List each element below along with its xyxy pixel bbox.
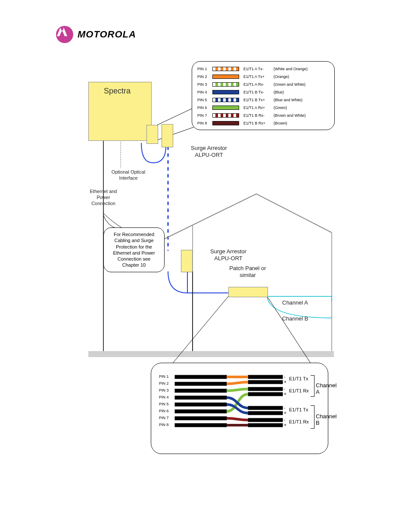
svg-rect-15 xyxy=(175,403,227,406)
signal-name: E1/T1 B Rx+ xyxy=(243,121,274,125)
pin-number: PIN 7 xyxy=(197,113,212,118)
pin-row: PIN 1E1/T1 A Tx-(White and Orange) xyxy=(197,66,321,72)
svg-rect-17 xyxy=(175,417,227,420)
pin-number: PIN 3 xyxy=(197,82,212,87)
svg-rect-26 xyxy=(248,423,283,427)
color-name: (White and Orange) xyxy=(274,67,321,71)
minus-sign: - xyxy=(284,405,285,410)
pin-number: PIN 2 xyxy=(197,75,212,79)
color-name: (Orange) xyxy=(274,75,321,79)
pair-label: E1/T1 Rx xyxy=(289,419,309,424)
signal-name: E1/T1 A Tx- xyxy=(243,67,274,71)
pin-row: PIN 2E1/T1 A Tx+(Orange) xyxy=(197,74,321,80)
pin-number: PIN 6 xyxy=(159,409,169,413)
optical-label: Optional OpticalInterface xyxy=(105,169,152,181)
svg-rect-12 xyxy=(175,382,227,386)
pin-legend-top: PIN 1E1/T1 A Tx-(White and Orange)PIN 2E… xyxy=(192,61,335,130)
channel-b-label: Channel B xyxy=(276,315,314,322)
surge-label-bottom: Surge ArrestorALPU-ORT xyxy=(200,248,256,262)
color-swatch-icon xyxy=(212,121,239,125)
pin-row: PIN 8E1/T1 B Rx+(Brown) xyxy=(197,120,321,126)
pin-number: PIN 6 xyxy=(197,106,212,110)
minus-sign: - xyxy=(284,417,285,422)
svg-rect-11 xyxy=(175,375,227,379)
motorola-batwing-icon xyxy=(56,26,73,43)
svg-rect-22 xyxy=(248,392,283,396)
pin-row: PIN 7E1/T1 B Rx-(Brown and White) xyxy=(197,112,321,118)
pin-number: PIN 8 xyxy=(197,121,212,125)
eth-power-label: Ethernet andPowerConnection xyxy=(82,189,125,206)
pin-row: PIN 5E1/T1 B Tx+(Blue and White) xyxy=(197,97,321,103)
color-name: (Brown and White) xyxy=(274,113,321,118)
brand-text: MOTOROLA xyxy=(78,29,136,40)
pin-number: PIN 4 xyxy=(159,395,169,399)
signal-name: E1/T1 B Tx+ xyxy=(243,98,274,102)
spectra-label: Spectra xyxy=(104,87,131,96)
svg-rect-14 xyxy=(175,396,227,399)
pair-label: E1/T1 Tx xyxy=(289,407,308,412)
pin-row: PIN 6E1/T1 A Rx+(Green) xyxy=(197,105,321,111)
color-swatch-icon xyxy=(212,75,239,79)
spectra-port xyxy=(146,125,158,144)
pair-label: E1/T1 Tx xyxy=(289,376,308,381)
patch-panel xyxy=(228,287,268,297)
color-name: (Blue and White) xyxy=(274,98,321,102)
signal-name: E1/T1 A Rx+ xyxy=(243,106,274,110)
svg-rect-18 xyxy=(175,423,227,427)
svg-rect-25 xyxy=(248,418,283,422)
color-name: (Green) xyxy=(274,106,321,110)
pin-number: PIN 8 xyxy=(159,423,169,427)
patch-label: Patch Panel orsimilar xyxy=(220,265,276,279)
svg-rect-16 xyxy=(175,410,227,413)
pair-label: E1/T1 Rx xyxy=(289,388,309,393)
pin-number: PIN 4 xyxy=(197,90,212,94)
signal-name: E1/T1 A Tx+ xyxy=(243,75,274,79)
color-swatch-icon xyxy=(212,98,239,102)
plus-sign: + xyxy=(284,392,286,396)
channel-b: Channel B xyxy=(316,413,336,426)
spectra-device: Spectra xyxy=(88,82,152,141)
surge-arrestor-top xyxy=(162,124,173,147)
channel-a-label: Channel A xyxy=(276,299,314,306)
signal-name: E1/T1 B Rx- xyxy=(243,113,274,118)
svg-rect-13 xyxy=(175,389,227,392)
plus-sign: + xyxy=(284,380,286,384)
pin-number: PIN 1 xyxy=(159,374,169,379)
color-swatch-icon xyxy=(212,90,239,94)
recommendation-callout: For RecommendedCabling and SurgeProtecti… xyxy=(103,227,165,272)
pin-number: PIN 2 xyxy=(159,381,169,386)
motorola-logo: MOTOROLA xyxy=(56,26,136,43)
signal-name: E1/T1 A Rx- xyxy=(243,82,274,87)
wiring-diagram: Spectra Surge ArrestorALPU-ORT Surge Arr… xyxy=(88,60,334,470)
pin-number: PIN 5 xyxy=(197,98,212,102)
svg-rect-20 xyxy=(248,380,283,384)
bracket-icon xyxy=(311,375,314,397)
pin-number: PIN 3 xyxy=(159,388,169,392)
svg-rect-23 xyxy=(248,406,283,410)
channel-a: Channel A xyxy=(316,382,336,395)
signal-name: E1/T1 B Tx- xyxy=(243,90,274,94)
svg-rect-5 xyxy=(88,351,334,357)
surge-label-top: Surge ArrestorALPU-ORT xyxy=(181,145,237,159)
color-swatch-icon xyxy=(212,67,239,71)
plus-sign: + xyxy=(284,423,286,427)
pin-row: PIN 3E1/T1 A Rx-(Green and White) xyxy=(197,81,321,87)
color-swatch-icon xyxy=(212,113,239,118)
color-name: (Green and White) xyxy=(274,82,321,87)
plus-sign: + xyxy=(284,411,286,415)
pin-row: PIN 4E1/T1 B Tx-(Blue) xyxy=(197,89,321,95)
svg-rect-24 xyxy=(248,411,283,415)
pin-number: PIN 1 xyxy=(197,67,212,71)
pin-number: PIN 5 xyxy=(159,402,169,406)
pin-number: PIN 7 xyxy=(159,416,169,420)
svg-rect-19 xyxy=(248,375,283,379)
pin-legend-bottom: - + - + - + - + E1/T1 Tx E1/T1 Rx E1/T1 … xyxy=(151,363,328,454)
svg-line-7 xyxy=(157,108,194,125)
minus-sign: - xyxy=(284,374,285,379)
surge-arrestor-bottom xyxy=(181,250,193,272)
bracket-icon xyxy=(311,405,314,429)
svg-rect-21 xyxy=(248,387,283,391)
minus-sign: - xyxy=(284,386,285,391)
color-name: (Brown) xyxy=(274,121,321,125)
color-swatch-icon xyxy=(212,82,239,87)
